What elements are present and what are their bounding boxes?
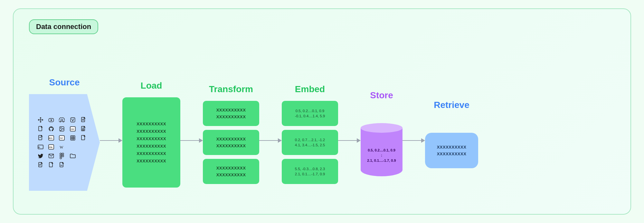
load-box: XXXXXXXXXX XXXXXXXXXX XXXXXXXXXX XXXXXXX… [122,97,180,188]
stage-store: Store 0.5, 0.2....0.1, 0.9 : 2.1, 0.1...… [361,90,402,178]
load-row-5: XXXXXXXXXX [137,151,166,156]
load-label: Load [141,81,162,91]
transform-box2-row2: XXXXXXXXXX [216,143,246,148]
embed-box3-line2: 2.1, 0.1....-1.7, 0.9 [295,172,325,176]
icon-table [69,134,76,141]
svg-text:HTML: HTML [49,147,53,148]
stage-transform: Transform XXXXXXXXXX XXXXXXXXXX XXXXXXXX… [203,84,259,184]
store-label: Store [370,90,393,101]
icon-spacer3 [80,152,87,160]
icon-doc6 [48,161,55,169]
pipeline-row: Source CSV BCS [29,42,615,223]
stage-embed: Embed 0.5, 0.2....0.1, 0.9 -0.1, 0.4....… [282,84,338,184]
transform-box-1: XXXXXXXXXX XXXXXXXXXX [203,101,259,126]
icon-doc1 [80,116,87,123]
icon-md: M↓ [37,143,44,150]
svg-rect-33 [62,153,64,155]
embed-box2-line1: 0.2, 0.7....2.1, -1.2 [295,138,325,142]
db-body: 0.5, 0.2....0.1, 0.9 : 2.1, 0.1....-1.7,… [361,128,402,176]
transform-box3-row2: XXXXXXXXXX [216,172,246,177]
svg-text:BCS: BCS [49,137,52,139]
source-shape: CSV BCS TXT M↓ HTML W [29,94,100,191]
transform-stack: XXXXXXXXXX XXXXXXXXXX XXXXXXXXXX XXXXXXX… [203,101,259,184]
svg-point-35 [62,155,64,157]
embed-box3-line1: 5.5, -0.3....0.8, 2.3 [295,167,325,171]
embed-box-1: 0.5, 0.2....0.1, 0.9 -0.1, 0.4....1.4, 5… [282,101,338,126]
source-label: Source [49,77,80,88]
transform-box1-row1: XXXXXXXXXX [216,108,246,112]
icon-csv: CSV [69,125,76,132]
svg-text:M↓: M↓ [38,146,41,148]
title-text: Data connection [36,23,91,31]
svg-point-8 [61,128,62,128]
stage-retrieve: Retrieve XXXXXXXXXX XXXXXXXXXX [425,100,478,168]
embed-box-3: 5.5, -0.3....0.8, 2.3 2.1, 0.1....-1.7, … [282,159,338,184]
embed-stack: 0.5, 0.2....0.1, 0.9 -0.1, 0.4....1.4, 5… [282,101,338,184]
retrieve-label: Retrieve [434,100,469,110]
database-cylinder: 0.5, 0.2....0.1, 0.9 : 2.1, 0.1....-1.7,… [361,123,402,178]
icon-move [37,116,44,123]
icon-email [48,152,55,160]
transform-box-2: XXXXXXXXXX XXXXXXXXXX [203,130,259,155]
transform-box2-row1: XXXXXXXXXX [216,137,246,141]
retrieve-row-2: XXXXXXXXXX [437,151,467,156]
embed-box1-line1: 0.5, 0.2....0.1, 0.9 [296,109,325,113]
icon-zip [80,125,87,132]
svg-text:CSV: CSV [71,128,74,130]
icon-doc7 [58,161,65,169]
icon-github [48,125,55,132]
transform-box-3: XXXXXXXXXX XXXXXXXXXX [203,159,259,184]
title-badge: Data connection [29,19,98,34]
stage-source: Source CSV BCS [29,77,100,191]
stage-load: Load XXXXXXXXXX XXXXXXXXXX XXXXXXXXXX XX… [122,81,180,188]
arrow-store-to-retrieve [402,138,425,143]
icon-doc3 [37,134,44,141]
icon-spacer1 [69,143,76,150]
icon-html: HTML [48,143,55,150]
svg-marker-1 [51,119,52,121]
arrow-load-to-transform [180,138,203,143]
icon-bcs: BCS [48,134,55,141]
icon-doc2 [37,125,44,132]
svg-rect-20 [71,136,75,140]
icon-discord [58,116,65,123]
icon-figma [58,152,65,160]
transform-box1-row2: XXXXXXXXXX [216,114,246,119]
icon-wikipedia: W [58,143,65,150]
svg-rect-36 [60,157,62,159]
embed-box2-line2: 4.1, 3.4....-1.5, 2.5 [295,143,325,147]
main-container: Data connection Source CSV [13,8,631,215]
icon-spacer4 [69,161,76,169]
icon-spacer2 [80,143,87,150]
arrow-embed-to-store [338,138,361,143]
db-separator: : [381,153,382,157]
arrow-transform-to-embed [259,138,282,143]
icon-txt: TXT [58,134,65,141]
svg-rect-34 [60,155,62,157]
transform-box3-row1: XXXXXXXXXX [216,166,246,170]
svg-rect-32 [60,153,62,155]
icon-folder [69,152,76,160]
source-icons-grid: CSV BCS TXT M↓ HTML W [37,116,89,169]
embed-label: Embed [295,84,325,94]
icon-doc5 [37,161,44,169]
icon-spacer5 [80,161,87,169]
arrow-source-to-load [100,138,122,143]
transform-label: Transform [209,84,253,94]
svg-text:W: W [60,145,64,150]
load-row-3: XXXXXXXXXX [137,136,166,141]
svg-rect-13 [82,129,84,130]
embed-box1-line2: -0.1, 0.4....1.4, 5.9 [295,114,325,118]
retrieve-row-1: XXXXXXXXXX [437,145,467,150]
load-row-4: XXXXXXXXXX [137,144,166,149]
load-row-1: XXXXXXXXXX [137,121,166,126]
retrieve-box: XXXXXXXXXX XXXXXXXXXX [425,133,478,168]
svg-text:TXT: TXT [60,137,63,139]
load-row-6: XXXXXXXXXX [137,159,166,163]
db-line2: 2.1, 0.1....-1.7, 0.9 [367,159,396,162]
icon-twitter [37,152,44,160]
load-row-2: XXXXXXXXXX [137,129,166,134]
icon-doc4 [80,134,87,141]
embed-box-2: 0.2, 0.7....2.1, -1.2 4.1, 3.4....-1.5, … [282,130,338,155]
icon-image [58,125,65,132]
